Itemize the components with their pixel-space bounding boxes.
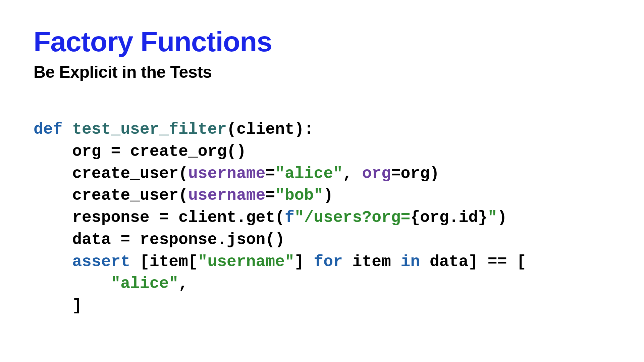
indent-7: [34, 253, 72, 271]
l7c: item: [343, 253, 401, 271]
fstring-close: ": [488, 208, 497, 227]
string-alice-2: "alice": [111, 275, 178, 293]
code-line-5a: response = client.get(: [34, 208, 285, 227]
paren-close-4: ): [323, 186, 333, 204]
code-line-6: data = response.json(): [34, 231, 285, 249]
param-username-1: username: [188, 165, 265, 183]
l7a: [item[: [130, 253, 198, 271]
slide: Factory Functions Be Explicit in the Tes…: [0, 0, 644, 362]
l7b: ]: [294, 253, 314, 271]
comma-1: ,: [343, 165, 362, 183]
function-name: test_user_filter: [72, 120, 227, 138]
code-block: def test_user_filter(client): org = crea…: [34, 119, 610, 317]
code-line-4a: create_user(: [34, 186, 188, 204]
fstring-interp: {org.id}: [410, 208, 487, 227]
slide-subtitle: Be Explicit in the Tests: [34, 62, 610, 82]
eq-1: =: [265, 165, 275, 183]
slide-title: Factory Functions: [34, 27, 610, 56]
paren-close-5: ): [497, 208, 507, 227]
param-org: org: [362, 165, 391, 183]
code-line-2: org = create_org(): [34, 142, 246, 161]
code-line-9: ]: [34, 297, 82, 315]
comma-8: ,: [178, 275, 188, 293]
fstring-prefix: f: [285, 208, 294, 227]
keyword-def: def: [34, 120, 62, 138]
signature-rest: (client):: [227, 120, 314, 138]
code-line-3a: create_user(: [34, 165, 188, 183]
fstring-open: "/users?org=: [294, 208, 411, 227]
string-bob: "bob": [275, 186, 323, 204]
indent-8: [34, 275, 111, 293]
param-username-2: username: [188, 186, 265, 204]
keyword-in: in: [401, 253, 420, 271]
eq-org: =org): [391, 165, 439, 183]
keyword-assert: assert: [72, 253, 130, 271]
string-alice-1: "alice": [275, 165, 343, 183]
l7d: data] == [: [420, 253, 526, 271]
string-username-key: "username": [198, 253, 294, 271]
eq-2: =: [265, 186, 275, 204]
keyword-for: for: [314, 253, 342, 271]
